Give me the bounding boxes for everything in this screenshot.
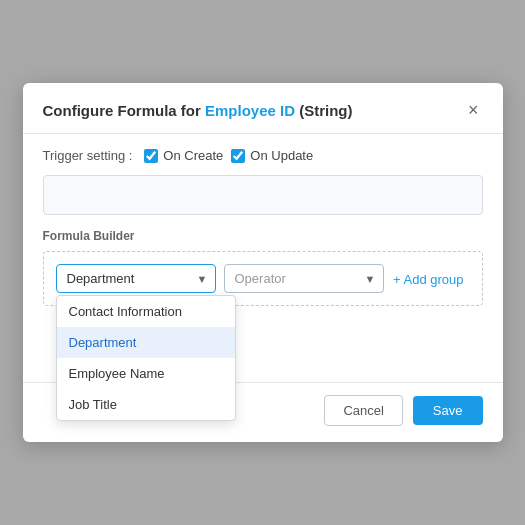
trigger-row: Trigger setting : On Create On Update <box>43 148 483 163</box>
on-create-label: On Create <box>163 148 223 163</box>
on-update-checkbox[interactable] <box>231 149 245 163</box>
modal-header: Configure Formula for Employee ID (Strin… <box>23 83 503 134</box>
property-dropdown-menu: Contact Information Department Employee … <box>56 295 236 421</box>
property-dropdown[interactable]: Contact Information Department Employee … <box>56 264 216 293</box>
modal-body: Trigger setting : On Create On Update Fo… <box>23 134 503 322</box>
add-group-label: + Add group <box>393 271 463 286</box>
builder-row: Contact Information Department Employee … <box>56 264 470 293</box>
dropdown-item-job-title[interactable]: Job Title <box>57 389 235 420</box>
on-create-checkbox-label[interactable]: On Create <box>144 148 223 163</box>
dropdown-item-department[interactable]: Department <box>57 327 235 358</box>
on-create-checkbox[interactable] <box>144 149 158 163</box>
dropdown-item-contact[interactable]: Contact Information <box>57 296 235 327</box>
close-button[interactable]: × <box>464 99 483 121</box>
add-group-button[interactable]: + Add group <box>387 267 469 290</box>
formula-builder-container: Contact Information Department Employee … <box>43 251 483 306</box>
dropdown-item-employee[interactable]: Employee Name <box>57 358 235 389</box>
modal-overlay: Configure Formula for Employee ID (Strin… <box>0 0 525 525</box>
operator-dropdown-wrapper: Operator ▼ <box>224 264 384 293</box>
modal-title: Configure Formula for Employee ID (Strin… <box>43 102 353 119</box>
formula-builder-label: Formula Builder <box>43 229 483 243</box>
property-dropdown-wrapper: Contact Information Department Employee … <box>56 264 216 293</box>
formula-input-area <box>43 175 483 215</box>
operator-dropdown[interactable]: Operator <box>224 264 384 293</box>
on-update-label: On Update <box>250 148 313 163</box>
cancel-button[interactable]: Cancel <box>324 395 402 426</box>
trigger-label: Trigger setting : <box>43 148 133 163</box>
on-update-checkbox-label[interactable]: On Update <box>231 148 313 163</box>
save-button[interactable]: Save <box>413 396 483 425</box>
configure-formula-modal: Configure Formula for Employee ID (Strin… <box>23 83 503 442</box>
